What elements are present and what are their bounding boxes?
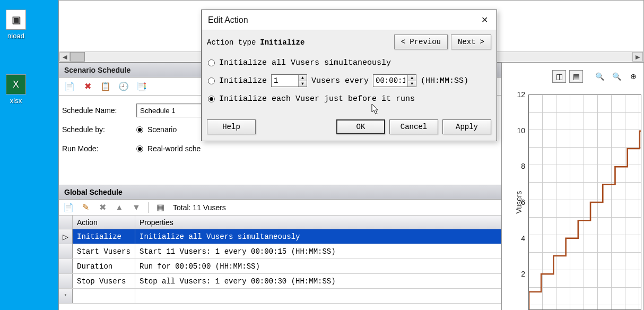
global-schedule-title: Global Schedule [59,185,501,200]
zoom-fit-icon[interactable]: ⊕ [626,70,640,83]
desktop-icon-label: nload [0,32,32,40]
chart-series [529,113,641,309]
ok-button[interactable]: OK [336,119,385,134]
table-row[interactable]: Stop Vusers Stop all Vusers: 1 every 00:… [59,274,501,289]
chart-y-tick: 10 [511,126,527,135]
row-marker [59,244,73,259]
chart-plot[interactable] [528,94,641,310]
edit-icon[interactable]: 📋 [98,79,113,94]
spin-down-icon[interactable]: ▼ [408,81,416,87]
row-header-column [59,216,73,229]
previous-button[interactable]: < Previou [394,35,448,49]
spin-down-icon[interactable]: ▼ [299,81,307,87]
copy-icon[interactable]: 📑 [134,79,149,94]
properties-cell: Stop all Vusers: 1 every 00:00:30 (HH:MM… [135,274,501,288]
cancel-button[interactable]: Cancel [389,119,438,134]
cancel-label: Cancel [401,123,427,131]
radio-unselected-icon [208,78,215,84]
table-row[interactable]: ▷ Initialize Initialize all Vusers simul… [59,229,501,244]
desktop-icon[interactable]: ▣ nload [0,10,32,40]
option-init-all-label: Initialize all Vusers simultaneously [219,58,391,67]
close-button[interactable]: ✕ [476,13,492,27]
option-init-count-radio[interactable] [208,78,215,84]
zoom-out-icon[interactable]: 🔍 [610,70,623,83]
edit-action-icon[interactable]: ✎ [78,200,93,215]
global-toolbar: 📄 ✎ ✖ ▲ ▼ ▦ Total: 11 Vusers [59,200,501,216]
table-row[interactable]: Start Vusers Start 11 Vusers: 1 every 00… [59,244,501,259]
properties-column-header[interactable]: Properties [135,216,501,229]
properties-cell: Initialize all Vusers simultaneously [135,229,501,244]
total-vusers-label: Total: 11 Vusers [173,203,226,212]
previous-label: Previou [410,38,441,46]
new-row-marker: * [59,289,73,303]
delete-action-icon[interactable]: ✖ [95,200,110,215]
move-up-icon[interactable]: ▲ [112,200,127,215]
help-button[interactable]: Help [207,119,256,134]
run-mode-label: Run Mode: [62,144,136,153]
next-button[interactable]: Next > [451,35,491,49]
action-cell [73,289,135,303]
interval-time-input[interactable] [373,75,407,87]
chevron-left-icon: < [401,38,405,46]
properties-cell: Start 11 Vusers: 1 every 00:00:15 (HH:MM… [135,244,501,259]
radio-selected-icon [208,96,215,102]
chart-panel: ◫ ▤ 🔍 🔍 ⊕ Vusers 12 10 8 6 4 2 [502,63,644,310]
chart-area: Vusers 12 10 8 6 4 2 [523,94,641,310]
file-icon: ▣ [6,10,26,30]
option-init-before-run-label: Initialize each Vuser just before it run… [219,94,415,104]
chart-y-tick: 6 [511,198,527,206]
scroll-thumb[interactable] [70,52,85,62]
apply-button[interactable]: Apply [442,119,491,134]
action-column-header[interactable]: Action [73,216,135,229]
add-action-icon[interactable]: 📄 [61,200,76,215]
action-type-label: Action type [207,38,256,47]
interval-time-stepper[interactable]: ▲ ▼ [373,74,416,87]
table-row[interactable]: Duration Run for 00:05:00 (HH:MM:SS) [59,259,501,274]
next-label: Next [458,38,476,46]
radio-label: Real-world sche [147,144,201,153]
vuser-count-stepper[interactable]: ▲ ▼ [271,74,307,87]
zoom-in-icon[interactable]: 🔍 [593,70,606,83]
properties-cell [135,289,501,303]
row-marker [59,259,73,273]
delete-icon[interactable]: ✖ [80,79,95,94]
action-cell: Stop Vusers [73,274,135,288]
clock-icon[interactable]: 🕘 [116,79,131,94]
chart-type-icon[interactable]: ◫ [552,70,566,83]
move-down-icon[interactable]: ▼ [129,200,144,215]
vuser-count-input[interactable] [272,75,298,87]
actions-table-header: Action Properties [59,216,501,229]
row-marker [59,274,73,288]
option-init-count-prefix: Initialize [219,76,267,85]
toolbar-separator [148,202,149,213]
chart-y-tick: 12 [511,90,527,99]
option-init-count-suffix: (HH:MM:SS) [421,76,468,85]
schedule-by-label: Schedule by: [62,125,136,134]
dialog-titlebar[interactable]: Edit Action ✕ [202,10,497,30]
row-marker: ▷ [59,229,73,244]
run-mode-realworld-radio[interactable]: Real-world sche [136,144,201,153]
option-init-before-run-radio[interactable] [208,96,215,102]
chart-y-tick: 4 [511,234,527,243]
close-icon: ✕ [481,15,488,25]
option-init-count-mid: Vusers every [311,76,369,85]
table-row-new[interactable]: * [59,289,501,304]
desktop-icon[interactable]: X xlsx [0,74,32,105]
grid-icon[interactable]: ▦ [153,200,168,215]
spin-up-icon[interactable]: ▲ [408,75,416,81]
action-cell: Duration [73,259,135,273]
help-label: Help [222,123,240,131]
spin-up-icon[interactable]: ▲ [299,75,307,81]
scroll-right-button[interactable]: ▶ [632,52,643,62]
chevron-right-icon: > [480,38,484,46]
option-init-all-radio[interactable] [208,59,215,66]
chart-legend-icon[interactable]: ▤ [569,70,583,83]
apply-label: Apply [456,123,478,131]
chart-y-tick: 2 [511,270,527,278]
scroll-left-button[interactable]: ◀ [59,52,70,62]
schedule-by-scenario-radio[interactable]: Scenario [136,125,177,134]
chart-toolbar: ◫ ▤ 🔍 🔍 ⊕ [552,70,640,83]
action-cell: Start Vusers [73,244,135,259]
radio-unselected-icon [208,59,215,66]
new-schedule-icon[interactable]: 📄 [62,79,77,94]
